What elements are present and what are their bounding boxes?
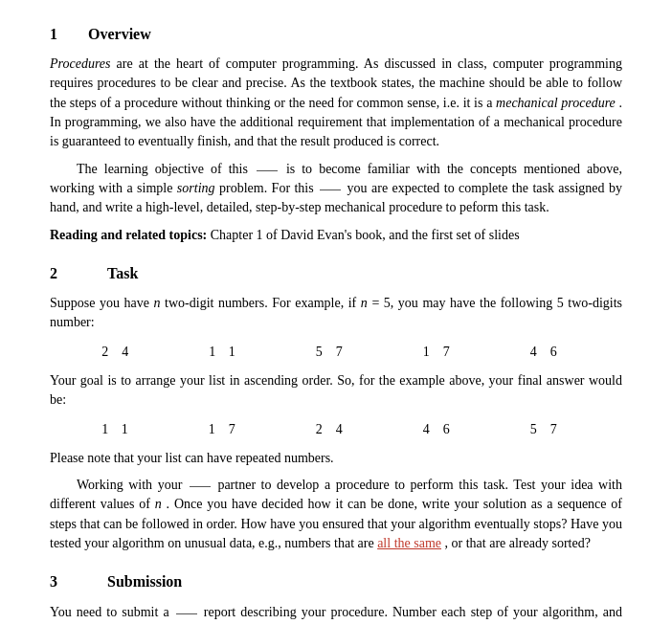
section-1-heading: 1 Overview	[50, 23, 622, 45]
blank-4	[176, 613, 197, 614]
n-italic-2: n	[361, 296, 368, 310]
mechanical-procedure-italic: mechanical procedure	[496, 96, 616, 110]
section-3-title: Submission	[107, 570, 182, 592]
all-same-highlight: all the same	[377, 536, 441, 550]
overview-para-1: Procedures are at the heart of computer …	[50, 55, 622, 151]
section-3-heading: 3 Submission	[50, 570, 622, 592]
reading-label: Reading and related topics:	[50, 228, 207, 242]
example-numbers-sorted: 11 17 24 46 57	[50, 420, 622, 439]
reading-line: Reading and related topics: Chapter 1 of…	[50, 226, 622, 245]
example-numbers-unsorted: 24 11 57 17 46	[50, 343, 622, 362]
task-para-2: Your goal is to arrange your list in asc…	[50, 371, 622, 411]
task-para-4: Working with your partner to develop a p…	[50, 476, 622, 553]
n-italic-1: n	[154, 296, 161, 310]
n-italic-3: n	[155, 497, 162, 511]
section-1-title: Overview	[88, 23, 151, 45]
document-body: 1 Overview Procedures are at the heart o…	[50, 23, 622, 624]
blank-1	[257, 170, 278, 171]
procedures-italic: Procedures	[50, 56, 111, 71]
task-para-1: Suppose you have n two-digit numbers. Fo…	[50, 294, 622, 333]
reading-text: Chapter 1 of David Evan's book, and the …	[211, 228, 520, 242]
section-2-title: Task	[107, 262, 138, 284]
section-2-number: 2	[50, 262, 77, 284]
overview-para-2: The learning objective of this is to bec…	[50, 160, 622, 218]
section-3-number: 3	[50, 570, 77, 592]
blank-3	[190, 486, 211, 487]
sorting-italic: sorting	[177, 181, 215, 195]
section-task: 2 Task Suppose you have n two-digit numb…	[50, 262, 622, 553]
submission-para-1: You need to submit a report describing y…	[50, 603, 622, 625]
section-submission: 3 Submission You need to submit a report…	[50, 570, 622, 624]
blank-2	[320, 189, 341, 190]
section-1-number: 1	[50, 23, 77, 45]
task-para-3: Please note that your list can have repe…	[50, 449, 622, 468]
section-2-heading: 2 Task	[50, 262, 622, 284]
section-overview: 1 Overview Procedures are at the heart o…	[50, 23, 622, 245]
